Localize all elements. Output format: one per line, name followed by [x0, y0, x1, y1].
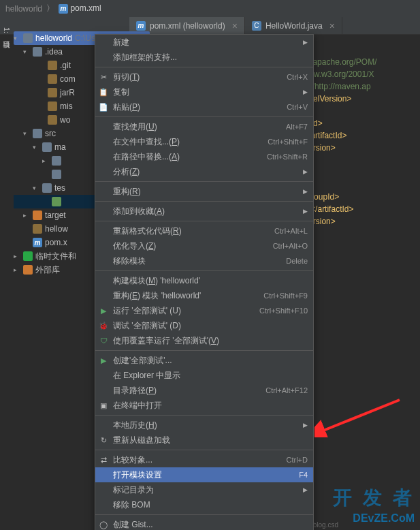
context-menu[interactable]: 新建▶添加框架的支持...✂剪切(T)Ctrl+X📋复制▶📄粘贴(P)Ctrl+…: [95, 34, 314, 530]
f-icon: [48, 102, 57, 111]
shortcut: Ctrl+Alt+F12: [265, 386, 308, 394]
🐞-icon: 🐞: [98, 322, 109, 330]
chevron-icon[interactable]: ▸: [14, 253, 20, 260]
chevron-icon[interactable]: ▾: [23, 48, 30, 55]
menu-label: 标记目录为: [113, 484, 299, 496]
tree-label: ma: [54, 142, 66, 152]
menu-label: 在终端中打开: [113, 400, 308, 411]
menu-label: 新建: [113, 37, 299, 48]
menu-item[interactable]: 分析(Z)▶: [95, 164, 313, 179]
menu-item[interactable]: 在 Explorer 中显示: [95, 368, 313, 383]
chevron-icon[interactable]: ▾: [33, 185, 39, 191]
shortcut: Ctrl+Shift+F10: [259, 307, 308, 315]
menu-label: 本地历史(H): [113, 420, 299, 431]
menu-label: 分析(Z): [113, 166, 299, 178]
dir-t-icon: [52, 197, 61, 206]
menu-item[interactable]: ↻重新从磁盘加载: [95, 433, 313, 448]
menu-label: 移除 BOM: [113, 499, 308, 511]
close-icon[interactable]: ×: [329, 20, 335, 31]
menu-item[interactable]: 标记目录为▶: [95, 482, 313, 497]
submenu-arrow-icon: ▶: [303, 89, 308, 95]
menu-item[interactable]: 新建▶: [95, 35, 313, 50]
annotation-arrow: [314, 396, 403, 437]
chevron-icon[interactable]: ▸: [14, 266, 20, 273]
menu-item[interactable]: 构建模块(M) 'helloworld': [95, 273, 313, 288]
shortcut: Ctrl+V: [287, 103, 308, 111]
menu-item[interactable]: 目录路径(P)Ctrl+Alt+F12: [95, 383, 313, 398]
menu-item[interactable]: ▣在终端中打开: [95, 398, 313, 413]
chevron-icon[interactable]: ▾: [14, 35, 20, 42]
shortcut: Alt+F7: [286, 123, 308, 131]
menu-item[interactable]: 重构(R)▶: [95, 184, 313, 199]
menu-label: 创建 Gist...: [113, 519, 308, 531]
f-icon: [48, 88, 57, 97]
menu-item[interactable]: 添加框架的支持...: [95, 50, 313, 65]
menu-item[interactable]: 在文件中查找...(P)Ctrl+Shift+F: [95, 134, 313, 149]
dir-o-icon: [33, 211, 42, 220]
menu-label: 优化导入(Z): [113, 240, 269, 252]
chevron-icon[interactable]: ▸: [42, 157, 49, 164]
menu-label: 目录路径(P): [113, 385, 261, 396]
menu-item[interactable]: 添加到收藏(A)▶: [95, 204, 313, 219]
menu-separator: [95, 221, 313, 221]
dir-icon: [33, 129, 42, 138]
menu-item[interactable]: ▶运行 '全部测试' (U)Ctrl+Shift+F10: [95, 303, 313, 318]
tree-label: mis: [60, 102, 73, 111]
menu-item[interactable]: ✂剪切(T)Ctrl+X: [95, 69, 313, 84]
menu-item[interactable]: 打开模块设置F4: [95, 467, 313, 482]
project-tool-window-tab[interactable]: 1: 项目: [1, 27, 12, 35]
tree-label: com: [60, 74, 76, 84]
menu-label: 调试 '全部测试' (D): [113, 320, 308, 332]
menu-item[interactable]: 🛡使用覆盖率运行 '全部测试'(V): [95, 333, 313, 348]
class-icon: C: [252, 21, 261, 31]
menu-item[interactable]: 移除 BOM: [95, 497, 313, 512]
menu-item[interactable]: 重新格式化代码(R)Ctrl+Alt+L: [95, 223, 313, 238]
shortcut: Ctrl+Alt+O: [273, 242, 308, 250]
submenu-arrow-icon: ▶: [303, 208, 308, 215]
menu-item[interactable]: 📄粘贴(P)Ctrl+V: [95, 99, 313, 114]
menu-label: 添加到收藏(A): [113, 206, 299, 217]
menu-item[interactable]: 重构(E) 模块 'helloworld'Ctrl+Shift+F9: [95, 288, 313, 303]
crumb-root[interactable]: helloworld: [5, 4, 42, 14]
submenu-arrow-icon: ▶: [303, 486, 308, 493]
submenu-arrow-icon: ▶: [303, 168, 308, 175]
🛡-icon: 🛡: [98, 337, 109, 345]
menu-label: 构建模块(M) 'helloworld': [113, 275, 308, 287]
menu-item[interactable]: 本地历史(H)▶: [95, 418, 313, 433]
menu-label: 查找使用(U): [113, 121, 282, 133]
f-icon: [23, 251, 33, 261]
chevron-icon[interactable]: ▾: [33, 144, 39, 151]
menu-item[interactable]: 移除模块Delete: [95, 253, 313, 268]
tree-label: pom.x: [45, 238, 67, 247]
tree-label: target: [45, 211, 66, 220]
chevron-icon[interactable]: ▸: [23, 212, 30, 219]
chevron-icon[interactable]: ▾: [23, 130, 30, 137]
dir-icon: [52, 156, 61, 166]
tree-label: 临时文件和: [35, 251, 76, 262]
shortcut: Delete: [286, 257, 308, 265]
menu-item[interactable]: 📋复制▶: [95, 84, 313, 99]
breadcrumb: helloworld 〉 m pom.xml: [0, 0, 420, 17]
▶-icon: ▶: [98, 356, 109, 365]
menu-separator: [95, 116, 313, 117]
menu-label: 重构(E) 模块 'helloworld': [113, 290, 259, 302]
menu-item[interactable]: 在路径中替换...(A)Ctrl+Shift+R: [95, 149, 313, 164]
crumb-file[interactable]: m pom.xml: [59, 3, 101, 14]
submenu-arrow-icon: ▶: [303, 39, 308, 46]
menu-item[interactable]: 优化导入(Z)Ctrl+Alt+O: [95, 238, 313, 253]
menu-label: 移除模块: [113, 255, 282, 267]
close-icon[interactable]: ×: [232, 20, 238, 31]
menu-item[interactable]: ⇄比较对象...Ctrl+D: [95, 452, 313, 467]
menu-label: 在文件中查找...(P): [113, 136, 263, 148]
menu-item[interactable]: ◯创建 Gist...: [95, 517, 313, 530]
tree-label: wo: [60, 115, 70, 125]
menu-item[interactable]: 查找使用(U)Alt+F7: [95, 119, 313, 134]
watermark-url: DEvZE.CoM: [353, 512, 415, 525]
f-icon: [48, 74, 57, 84]
📋-icon: 📋: [98, 88, 109, 97]
menu-item[interactable]: ▶创建'全部测试'...: [95, 353, 313, 368]
tree-label: .git: [60, 61, 71, 70]
shortcut: Ctrl+Alt+L: [274, 227, 308, 235]
menu-separator: [95, 181, 313, 182]
menu-item[interactable]: 🐞调试 '全部测试' (D): [95, 318, 313, 333]
